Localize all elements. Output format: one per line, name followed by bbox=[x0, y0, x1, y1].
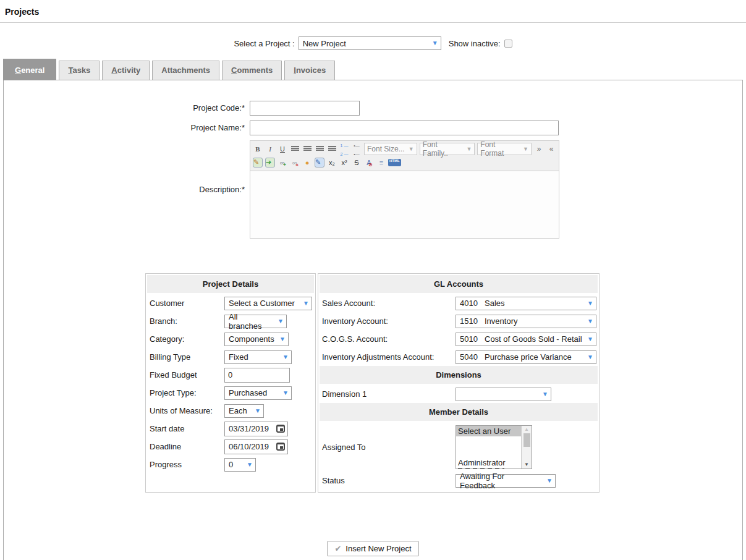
align-right-icon[interactable] bbox=[314, 143, 325, 155]
insert-link-icon[interactable]: ∞+ bbox=[277, 157, 288, 168]
project-select[interactable]: New Project ▼ bbox=[299, 36, 441, 50]
gl-account-row: Sales Account:4010Sales▼ bbox=[320, 294, 598, 312]
listbox-option[interactable] bbox=[456, 447, 521, 457]
bold-icon[interactable]: B bbox=[252, 143, 263, 155]
unlink-icon[interactable]: ∞× bbox=[289, 157, 300, 168]
field-label: Billing Type bbox=[150, 352, 224, 362]
indent-icon[interactable] bbox=[533, 143, 545, 155]
gl-account-select[interactable]: 1510Inventory▼ bbox=[456, 315, 596, 328]
tab-comments[interactable]: Comments bbox=[222, 61, 282, 80]
subscript-icon[interactable]: x₂ bbox=[326, 157, 337, 168]
image-edit-icon[interactable]: ✎ bbox=[252, 157, 263, 168]
category-select[interactable]: Components▼ bbox=[224, 333, 289, 346]
font-format-select[interactable]: Font Format▼ bbox=[477, 143, 532, 155]
description-row: Description:* BIUFont Size...▼Font Famil… bbox=[4, 140, 742, 239]
gl-account-select[interactable]: 5010Cost of Goods Sold - Retail▼ bbox=[456, 333, 596, 346]
chevron-down-icon: ▼ bbox=[279, 336, 286, 342]
horizontal-rule-icon[interactable]: ≡ bbox=[376, 157, 387, 168]
editor-toolbar: BIUFont Size...▼Font Family..▼Font Forma… bbox=[250, 141, 559, 171]
field-label: Inventory Adjustments Account: bbox=[322, 352, 456, 362]
assigned-to-listbox[interactable]: Select an UserAdministrator ▲ ▼ bbox=[456, 425, 532, 469]
start-date-date-input[interactable]: 03/31/2019 bbox=[224, 422, 288, 436]
listbox-option[interactable]: Administrator bbox=[456, 457, 521, 468]
checkmark-icon: ✔ bbox=[334, 544, 341, 553]
listbox-option[interactable] bbox=[456, 436, 521, 447]
tab-activity[interactable]: Activity bbox=[102, 61, 150, 80]
align-left-icon[interactable] bbox=[289, 143, 300, 155]
customer-select[interactable]: Select a Customer▼ bbox=[224, 297, 312, 310]
member-details-header: Member Details bbox=[320, 403, 598, 421]
edit-page-icon[interactable]: ✎ bbox=[314, 157, 325, 168]
superscript-icon[interactable]: x² bbox=[339, 157, 350, 168]
scroll-up-icon[interactable]: ▲ bbox=[524, 427, 529, 432]
insert-new-project-button[interactable]: ✔ Insert New Project bbox=[327, 541, 418, 556]
field-label: Fixed Budget bbox=[150, 370, 224, 380]
remove-format-icon[interactable]: A⊘ bbox=[363, 157, 375, 168]
calendar-icon[interactable] bbox=[276, 425, 285, 433]
fixed-budget-input[interactable] bbox=[224, 368, 290, 383]
description-rich-text-editor: BIUFont Size...▼Font Family..▼Font Forma… bbox=[250, 140, 559, 239]
bullet-list-icon[interactable] bbox=[351, 143, 362, 155]
field-label: Project Type: bbox=[150, 388, 224, 397]
gl-accounts-header: GL Accounts bbox=[320, 275, 598, 293]
chevron-down-icon: ▼ bbox=[282, 354, 289, 360]
units-of-measure-select[interactable]: Each▼ bbox=[224, 404, 264, 418]
chevron-down-icon: ▼ bbox=[587, 300, 593, 307]
gl-account-select[interactable]: 5040Purchase price Variance▼ bbox=[456, 350, 596, 364]
chevron-down-icon: ▼ bbox=[278, 318, 284, 325]
tab-tasks[interactable]: Tasks bbox=[59, 61, 100, 80]
dimension1-label: Dimension 1 bbox=[322, 389, 456, 399]
underline-icon[interactable]: U bbox=[277, 143, 288, 155]
project-name-input[interactable] bbox=[250, 121, 559, 135]
status-select[interactable]: Awaiting For Feedback ▼ bbox=[456, 474, 556, 488]
field-label: Customer bbox=[150, 299, 224, 308]
field-label: Progress bbox=[150, 460, 224, 469]
deadline-date-input[interactable]: 06/10/2019 bbox=[224, 439, 288, 454]
show-inactive-label: Show inactive: bbox=[449, 39, 501, 48]
html-source-icon[interactable]: HTML bbox=[388, 157, 401, 168]
field-label: Branch: bbox=[150, 316, 224, 326]
listbox-scrollbar[interactable]: ▲ ▼ bbox=[521, 426, 532, 469]
scrollbar-thumb[interactable] bbox=[523, 433, 530, 447]
projects-page: Projects Select a Project : New Project … bbox=[0, 0, 746, 560]
italic-icon[interactable]: I bbox=[265, 143, 276, 155]
billing-type-select[interactable]: Fixed▼ bbox=[224, 350, 292, 364]
image-insert-icon[interactable]: ➔ bbox=[265, 157, 276, 168]
scroll-down-icon[interactable]: ▼ bbox=[524, 462, 529, 467]
status-row: Status Awaiting For Feedback ▼ bbox=[320, 472, 598, 490]
project-details-row: Units of Measure:Each▼ bbox=[147, 402, 314, 420]
color-palette-icon[interactable]: ● bbox=[302, 157, 313, 168]
project-details-row: Billing TypeFixed▼ bbox=[147, 348, 314, 366]
project-details-row: CustomerSelect a Customer▼ bbox=[147, 294, 314, 312]
strikethrough-icon[interactable]: S bbox=[351, 157, 362, 168]
project-name-label: Project Name:* bbox=[4, 121, 250, 135]
field-label: Start date bbox=[150, 424, 224, 433]
description-editor-content[interactable] bbox=[250, 171, 559, 238]
branch-select[interactable]: All branches▼ bbox=[224, 315, 287, 328]
tab-attachments[interactable]: Attachments bbox=[152, 61, 219, 80]
show-inactive-checkbox[interactable] bbox=[504, 40, 512, 48]
font-family-select[interactable]: Font Family..▼ bbox=[420, 143, 475, 155]
listbox-option[interactable]: Select an User bbox=[456, 426, 521, 436]
align-center-icon[interactable] bbox=[302, 143, 313, 155]
page-title: Projects bbox=[0, 0, 746, 23]
project-type-select[interactable]: Purchased▼ bbox=[224, 386, 292, 400]
numbered-list-icon[interactable] bbox=[339, 143, 350, 155]
chevron-down-icon: ▼ bbox=[303, 300, 309, 307]
gl-account-row: C.O.G.S. Account:5010Cost of Goods Sold … bbox=[320, 330, 598, 348]
tab-general[interactable]: General bbox=[3, 59, 56, 80]
dimension1-select[interactable]: ▼ bbox=[456, 388, 551, 401]
calendar-icon[interactable] bbox=[276, 443, 285, 451]
project-code-input[interactable] bbox=[250, 101, 360, 116]
project-select-value: New Project bbox=[303, 39, 346, 48]
progress-select[interactable]: 0▼ bbox=[224, 458, 256, 472]
project-code-row: Project Code:* bbox=[4, 101, 742, 116]
chevron-down-icon: ▼ bbox=[587, 354, 593, 360]
outdent-icon[interactable] bbox=[546, 143, 557, 155]
gl-account-select[interactable]: 4010Sales▼ bbox=[456, 297, 596, 310]
project-details-panel: Project Details CustomerSelect a Custome… bbox=[145, 273, 316, 493]
listbox-option-clipped[interactable] bbox=[458, 468, 504, 469]
align-justify-icon[interactable] bbox=[326, 143, 337, 155]
tab-invoices[interactable]: Invoices bbox=[284, 61, 335, 80]
font-size-select[interactable]: Font Size...▼ bbox=[364, 143, 417, 155]
